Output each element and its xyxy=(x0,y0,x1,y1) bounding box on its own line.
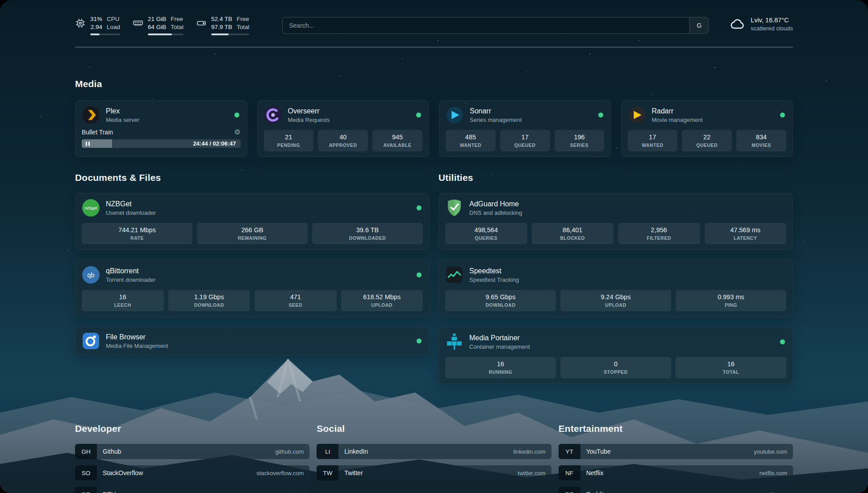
bookmarks-section: Developer GH Github github.com SO StackO… xyxy=(75,423,793,493)
bookmark-abbr: TW xyxy=(317,465,338,480)
stat-upload: 9.24 GbpsUPLOAD xyxy=(560,290,671,311)
service-name: qBittorrent xyxy=(106,267,155,275)
bookmark-domain: stackoverflow.com xyxy=(256,470,304,476)
bookmark-name: LinkedIn xyxy=(344,448,368,455)
bookmark-domain: netflix.com xyxy=(760,470,787,476)
section-title-utilities: Utilities xyxy=(438,172,793,183)
service-card-adguard[interactable]: AdGuard Home DNS and adblocking 498,564Q… xyxy=(438,193,793,250)
media-grid: Plex Media server Bullet Train ⚙ 24:44 /… xyxy=(75,100,793,157)
service-name: Overseerr xyxy=(288,107,330,115)
service-card-overseerr[interactable]: Overseerr Media Requests 21PENDING 40APP… xyxy=(257,100,430,157)
stat-leech: 16LEECH xyxy=(82,290,164,311)
nzbget-icon: nzbget xyxy=(82,199,100,217)
memory-free-value: 21 GiB xyxy=(148,15,166,23)
radarr-icon xyxy=(628,106,646,124)
service-card-filebrowser[interactable]: File Browser Media File Management xyxy=(75,327,430,355)
documents-column: Documents & Files nzbget NZBGet Usenet d… xyxy=(75,172,430,394)
bookmark-group-entertainment: Entertainment YT YouTube youtube.com NF … xyxy=(559,423,793,493)
section-title-social: Social xyxy=(317,423,551,434)
disk-widget: 52.4 TB 97.9 TB Free Total xyxy=(196,15,250,35)
bookmark-name: Reddit xyxy=(586,491,604,493)
service-card-qbittorrent[interactable]: qb qBittorrent Torrent downloader 16LEEC… xyxy=(75,260,430,317)
service-name: AdGuard Home xyxy=(469,200,522,208)
adguard-icon xyxy=(445,199,463,217)
overseerr-icon xyxy=(264,106,282,124)
service-card-plex[interactable]: Plex Media server Bullet Train ⚙ 24:44 /… xyxy=(75,100,247,157)
disk-free-value: 52.4 TB xyxy=(211,15,232,23)
svg-text:nzbget: nzbget xyxy=(85,206,97,210)
bookmark-netflix[interactable]: NF Netflix netflix.com xyxy=(559,465,793,480)
cpu-load-label: Load xyxy=(107,23,120,31)
memory-total-value: 64 GiB xyxy=(148,23,166,31)
service-subtitle: Movie management xyxy=(652,117,703,123)
bookmark-name: StackOverflow xyxy=(103,469,143,476)
bookmark-abbr: RE xyxy=(559,487,580,493)
gear-icon[interactable]: ⚙ xyxy=(234,129,240,136)
cpu-widget: 31% 2.94 CPU Load xyxy=(75,15,120,35)
dashboard-screen: 31% 2.94 CPU Load xyxy=(0,0,868,493)
bookmark-abbr: GH xyxy=(75,444,97,459)
service-card-nzbget[interactable]: nzbget NZBGet Usenet downloader 744.21 M… xyxy=(75,193,430,250)
service-name: Plex xyxy=(106,107,139,115)
weather-condition: scattered clouds xyxy=(751,25,793,32)
status-dot xyxy=(416,113,421,117)
status-dot xyxy=(234,113,239,117)
bookmark-linkedin[interactable]: LI LinkedIn linkedin.com xyxy=(317,444,551,459)
bookmark-group-developer: Developer GH Github github.com SO StackO… xyxy=(75,423,309,493)
service-name: Radarr xyxy=(652,107,703,115)
stat-available: 945AVAILABLE xyxy=(372,130,422,151)
cloud-icon xyxy=(729,16,745,32)
utilities-column: Utilities AdGuard Home DNS and adblockin… xyxy=(438,172,793,394)
bookmark-reddit[interactable]: RE Reddit reddit.com xyxy=(559,487,793,493)
cpu-percent: 31% xyxy=(90,15,102,23)
bookmark-github[interactable]: GH Github github.com xyxy=(75,444,309,459)
memory-widget: 21 GiB 64 GiB Free Total xyxy=(133,15,184,35)
bookmark-twitter[interactable]: TW Twitter twitter.com xyxy=(317,465,551,480)
disk-total-value: 97.9 TB xyxy=(211,23,232,31)
section-title-documents: Documents & Files xyxy=(75,172,430,183)
cpu-progress-bar xyxy=(90,33,120,35)
stat-blocked: 86,401BLOCKED xyxy=(532,223,614,244)
status-dot xyxy=(598,113,603,117)
section-title-media: Media xyxy=(75,79,793,89)
stat-queued: 17QUEUED xyxy=(500,130,550,151)
stat-remaining: 266 GBREMAINING xyxy=(197,223,308,244)
stat-wanted: 17WANTED xyxy=(628,130,678,151)
disk-progress-bar xyxy=(211,33,250,35)
service-subtitle: Container management xyxy=(469,343,530,350)
pause-icon[interactable] xyxy=(86,142,90,146)
service-card-sonarr[interactable]: Sonarr Series management 485WANTED 17QUE… xyxy=(439,100,611,157)
section-title-entertainment: Entertainment xyxy=(559,423,793,434)
memory-free-label: Free xyxy=(171,15,184,23)
service-subtitle: Media File Management xyxy=(106,343,168,349)
service-card-portainer[interactable]: Media Portainer Container management 16R… xyxy=(438,327,793,384)
weather-widget: Lviv, 16.87°C scattered clouds xyxy=(729,16,793,32)
stat-download: 1.19 GbpsDOWNLOAD xyxy=(168,290,250,311)
stat-running: 16RUNNING xyxy=(445,357,556,378)
bookmark-dev[interactable]: DT DEV dev.to xyxy=(75,487,309,493)
stat-latency: 47.569 msLATENCY xyxy=(705,223,787,244)
bookmark-abbr: YT xyxy=(559,444,580,459)
bookmark-name: Netflix xyxy=(586,469,604,476)
status-dot xyxy=(417,338,421,343)
search-input[interactable] xyxy=(283,17,689,33)
service-name: NZBGet xyxy=(106,200,156,208)
service-card-speedtest[interactable]: Speedtest Speedtest Tracking 9.65 GbpsDO… xyxy=(438,260,793,317)
stat-download: 9.65 GbpsDOWNLOAD xyxy=(445,290,556,311)
main-content: Media Plex Media server Bullet Train ⚙ xyxy=(0,79,868,493)
bookmark-youtube[interactable]: YT YouTube youtube.com xyxy=(559,444,793,459)
playback-time: 24:44 / 02:06:47 xyxy=(193,140,236,147)
portainer-icon xyxy=(445,333,463,351)
stat-stopped: 0STOPPED xyxy=(560,357,671,378)
memory-icon xyxy=(133,18,143,29)
bookmark-name: Github xyxy=(103,448,121,455)
top-bar: 31% 2.94 CPU Load xyxy=(0,0,868,35)
stat-queries: 498,564QUERIES xyxy=(445,223,527,244)
bookmark-stackoverflow[interactable]: SO StackOverflow stackoverflow.com xyxy=(75,465,309,480)
svg-text:qb: qb xyxy=(88,272,95,279)
service-card-radarr[interactable]: Radarr Movie management 17WANTED 22QUEUE… xyxy=(621,100,793,157)
bookmark-abbr: SO xyxy=(75,465,97,480)
weather-location: Lviv, 16.87°C xyxy=(751,17,793,24)
search-provider-button[interactable]: G xyxy=(689,17,708,33)
playback-progress-bar[interactable]: 24:44 / 02:06:47 xyxy=(82,139,241,148)
